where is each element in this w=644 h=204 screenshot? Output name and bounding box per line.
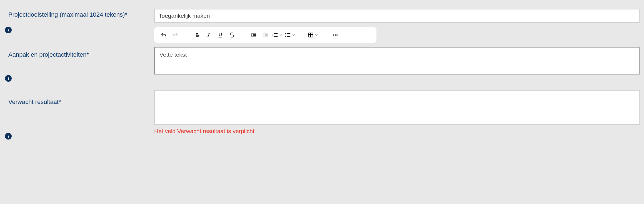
input-col-aanpak: Vette tekst bbox=[154, 43, 641, 74]
underline-icon[interactable] bbox=[215, 29, 226, 41]
indent-icon[interactable] bbox=[248, 29, 259, 41]
svg-point-23 bbox=[285, 35, 286, 36]
bold-icon[interactable] bbox=[191, 29, 203, 41]
label-col-aanpak: Aanpak en projectactiviteiten* i bbox=[3, 43, 154, 79]
outdent-icon[interactable] bbox=[260, 29, 271, 41]
input-col-projectdoelstelling: 123 bbox=[154, 3, 641, 43]
rich-text-toolbar: 123 bbox=[154, 27, 376, 43]
label-col-verwacht: Verwacht resultaat* i bbox=[3, 90, 154, 135]
info-icon[interactable]: i bbox=[5, 75, 12, 82]
label-col-projectdoelstelling: Projectdoelstelling (maximaal 1024 teken… bbox=[3, 3, 154, 31]
strikethrough-icon[interactable] bbox=[226, 29, 238, 41]
info-icon[interactable]: i bbox=[5, 27, 12, 33]
svg-line-2 bbox=[208, 33, 209, 37]
redo-icon[interactable] bbox=[170, 29, 181, 41]
verwacht-error-message: Het veld Verwacht resultaat is verplicht bbox=[154, 128, 640, 135]
info-icon[interactable]: i bbox=[5, 133, 12, 140]
svg-point-24 bbox=[285, 36, 286, 37]
label-aanpak: Aanpak en projectactiviteiten* bbox=[8, 51, 154, 58]
input-col-verwacht: Het veld Verwacht resultaat is verplicht bbox=[154, 90, 641, 135]
projectdoelstelling-input[interactable] bbox=[154, 9, 640, 23]
row-verwacht: Verwacht resultaat* i Het veld Verwacht … bbox=[3, 90, 641, 135]
undo-icon[interactable] bbox=[158, 29, 169, 41]
label-projectdoelstelling: Projectdoelstelling (maximaal 1024 teken… bbox=[8, 11, 154, 18]
svg-point-30 bbox=[336, 34, 338, 36]
row-aanpak: Aanpak en projectactiviteiten* i Vette t… bbox=[3, 43, 641, 79]
more-icon[interactable] bbox=[330, 29, 341, 41]
svg-point-28 bbox=[333, 34, 334, 36]
svg-point-29 bbox=[335, 34, 336, 36]
chevron-down-icon bbox=[291, 33, 296, 37]
label-verwacht: Verwacht resultaat* bbox=[8, 98, 154, 106]
row-projectdoelstelling: Projectdoelstelling (maximaal 1024 teken… bbox=[3, 3, 641, 43]
bullet-list-dropdown[interactable] bbox=[284, 29, 296, 41]
verwacht-textarea[interactable] bbox=[154, 90, 640, 125]
aanpak-editor[interactable]: Vette tekst bbox=[154, 47, 640, 74]
numbered-list-dropdown[interactable]: 123 bbox=[271, 29, 284, 41]
chevron-down-icon bbox=[314, 33, 319, 37]
svg-point-22 bbox=[285, 33, 286, 34]
table-dropdown[interactable] bbox=[307, 29, 319, 41]
italic-icon[interactable] bbox=[203, 29, 214, 41]
chevron-down-icon bbox=[279, 33, 283, 37]
svg-text:3: 3 bbox=[273, 35, 274, 37]
